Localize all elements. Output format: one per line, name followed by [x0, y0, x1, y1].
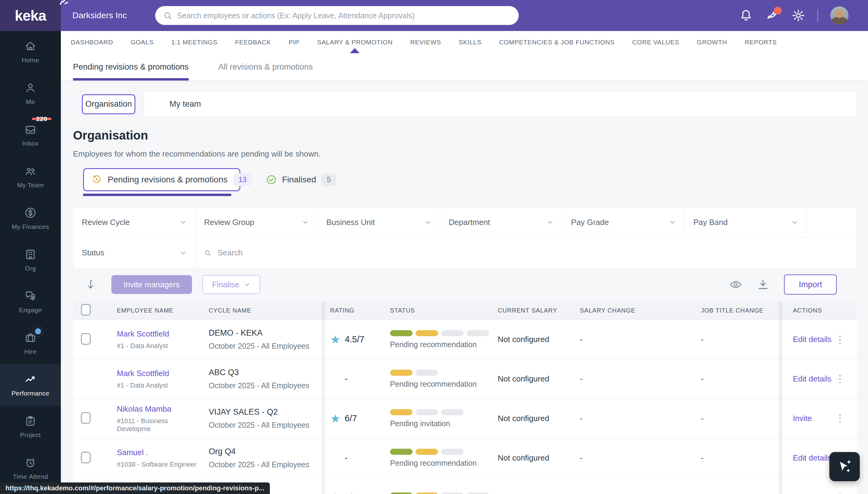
filter-business-unit[interactable]: Business Unit	[318, 207, 440, 238]
chevron-down-icon	[669, 218, 676, 226]
engage-chat-icon	[24, 290, 37, 303]
time-clock-icon	[24, 456, 37, 469]
search-icon	[163, 11, 172, 20]
preview-eye-icon[interactable]	[729, 278, 742, 291]
whats-new-rocket-icon[interactable]	[765, 8, 779, 22]
kebab-menu-icon[interactable]: ⋮	[835, 335, 845, 344]
global-search[interactable]	[155, 6, 519, 25]
employee-name-link[interactable]: Mark Scottfield	[117, 369, 201, 378]
employee-name-link[interactable]: Mark Scottfield	[117, 329, 201, 339]
tab-salary-promotion[interactable]: SALARY & PROMOTION	[317, 31, 392, 53]
kebab-menu-icon[interactable]: ⋮	[835, 493, 845, 494]
sidebar-item-my-finances[interactable]: My Finances	[0, 197, 61, 239]
employee-name-link[interactable]: Nikolas Mamba	[117, 404, 201, 414]
status-progress-pills	[390, 330, 498, 336]
action-bar: Invite managers Finalise Import	[73, 270, 857, 299]
filter-review-group[interactable]: Review Group	[196, 207, 318, 238]
employee-name-link[interactable]: Samuel .	[117, 448, 201, 457]
sidebar-item-hire[interactable]: Hire	[0, 323, 61, 364]
filter-pay-grade[interactable]: Pay Grade	[562, 207, 685, 238]
status-text: Pending recommendation	[390, 459, 498, 468]
tab-core-values[interactable]: CORE VALUES	[632, 31, 679, 53]
row-action-link[interactable]: Invite	[793, 414, 812, 423]
sidebar-item-me[interactable]: Me	[0, 73, 61, 114]
chevron-down-icon	[791, 218, 798, 226]
salary-promotion-subtabs: Pending revisions & promotions All revis…	[61, 53, 868, 80]
org-building-icon	[24, 248, 37, 261]
tab-feedback[interactable]: FEEDBACK	[235, 31, 271, 53]
settings-gear-icon[interactable]	[791, 8, 805, 22]
tab-growth[interactable]: GROWTH	[697, 31, 727, 53]
pending-revisions-tab[interactable]: Pending revisions & promotions 13	[83, 168, 240, 191]
scope-option-organisation[interactable]: Organisation	[82, 94, 135, 114]
table-row: Mark Scottfield#1 - Data Analyst DEMO - …	[73, 320, 857, 359]
history-clock-icon	[91, 174, 102, 185]
row-checkbox[interactable]	[81, 412, 91, 424]
tab-1-1-meetings[interactable]: 1:1 MEETINGS	[171, 31, 218, 53]
chevron-down-icon	[302, 218, 309, 226]
finalised-tab[interactable]: Finalised 5	[266, 173, 336, 186]
sidebar-item-org[interactable]: Org	[0, 239, 61, 281]
ai-cursor-sparkle-icon	[836, 458, 853, 475]
global-search-input[interactable]	[177, 11, 511, 20]
employee-subtitle: #1 - Data Analyst	[117, 381, 201, 390]
keka-logo[interactable]: keka	[0, 0, 61, 31]
finalise-button[interactable]: Finalise	[202, 275, 260, 294]
status-text: Pending invitation	[390, 419, 498, 428]
tab-goals[interactable]: GOALS	[130, 31, 153, 53]
sidebar-item-engage[interactable]: Engage	[0, 281, 61, 323]
table-search[interactable]	[196, 238, 856, 268]
tab-pip[interactable]: PIP	[289, 31, 300, 53]
sidebar-item-my-team[interactable]: My Team	[0, 156, 61, 197]
scope-organisation-cell: Organisation	[73, 92, 144, 117]
kebab-menu-icon[interactable]: ⋮	[835, 414, 845, 423]
row-action-link[interactable]: Edit details	[793, 493, 831, 494]
sidebar-item-project[interactable]: Project	[0, 406, 61, 448]
chevron-down-icon	[180, 218, 187, 226]
job-title-change: -	[701, 414, 782, 423]
tab-dashboard[interactable]: DASHBOARD	[71, 31, 113, 53]
scope-option-my-team[interactable]: My team	[144, 92, 201, 117]
finalised-tab-label: Finalised	[282, 175, 316, 185]
star-icon: ★	[330, 492, 340, 494]
tab-reviews[interactable]: REVIEWS	[410, 31, 441, 53]
page-body: Organisation My team Organisation Employ…	[61, 80, 868, 494]
subtab-pending-revisions[interactable]: Pending revisions & promotions	[73, 53, 189, 80]
invite-managers-button[interactable]: Invite managers	[111, 275, 192, 294]
row-checkbox[interactable]	[81, 333, 91, 345]
salary-change: -	[579, 414, 701, 423]
row-action-link[interactable]: Edit details	[793, 335, 831, 344]
filter-pay-band[interactable]: Pay Band	[685, 207, 807, 238]
tab-reports[interactable]: REPORTS	[745, 31, 777, 53]
ai-assistant-button[interactable]	[829, 452, 860, 481]
sidebar-item-performance[interactable]: Performance	[0, 364, 61, 406]
cycle-period: October 2025 - All Employees	[209, 460, 322, 469]
tab-skills[interactable]: SKILLS	[459, 31, 482, 53]
rating-value: 6/7	[345, 493, 357, 494]
sort-arrow-icon[interactable]	[86, 279, 97, 290]
filter-department[interactable]: Department	[440, 207, 562, 238]
tab-competencies-job-functions[interactable]: COMPETENCIES & JOB FUNCTIONS	[499, 31, 614, 53]
subtab-all-revisions[interactable]: All revisions & promotions	[219, 53, 313, 80]
current-salary: Not configured	[498, 493, 579, 494]
table-search-input[interactable]	[218, 248, 848, 258]
sidebar-item-home[interactable]: Home	[0, 31, 61, 73]
kebab-menu-icon[interactable]: ⋮	[835, 374, 845, 384]
rating-value: -	[345, 453, 348, 463]
status-tabs: Pending revisions & promotions 13 Finali…	[83, 168, 336, 191]
table-row: Samuel .#1038 - Software Engineer Org Q4…	[73, 438, 857, 478]
notification-bell-icon[interactable]	[739, 8, 753, 22]
user-avatar[interactable]	[830, 6, 849, 25]
row-action-link[interactable]: Edit details	[793, 453, 831, 463]
filter-status[interactable]: Status	[73, 238, 196, 268]
star-icon: ★	[330, 334, 340, 345]
row-action-link[interactable]: Edit details	[793, 374, 831, 384]
hire-briefcase-icon	[24, 331, 37, 344]
import-button[interactable]: Import	[784, 274, 837, 294]
sidebar-item-inbox[interactable]: 220 Inbox	[0, 114, 61, 156]
cycle-name: Org Q4	[209, 447, 322, 456]
filter-review-cycle[interactable]: Review Cycle	[73, 207, 196, 238]
row-checkbox[interactable]	[81, 452, 91, 463]
select-all-checkbox[interactable]	[81, 304, 91, 316]
download-icon[interactable]	[757, 278, 770, 291]
